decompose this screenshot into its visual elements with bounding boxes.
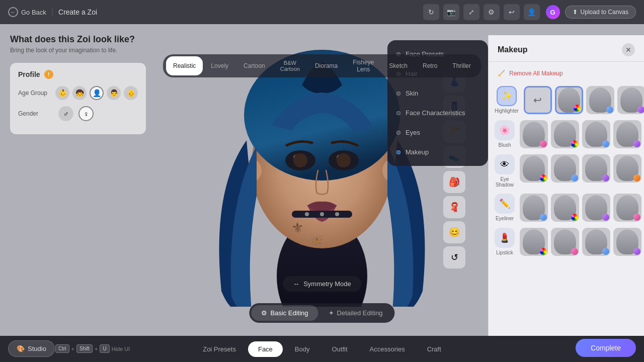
lipstick-option-2[interactable] bbox=[551, 228, 579, 256]
filter-tab-thriller[interactable]: Thriller bbox=[445, 56, 478, 75]
color-orb bbox=[633, 248, 640, 255]
svg-text:🦋: 🦋 bbox=[309, 233, 324, 246]
eye-shadow-option-4[interactable] bbox=[613, 154, 641, 183]
lipstick-option-1[interactable] bbox=[520, 228, 548, 256]
blush-option-4[interactable] bbox=[613, 120, 641, 148]
lipstick-option-3[interactable] bbox=[582, 228, 610, 256]
lipstick-option-4[interactable] bbox=[613, 228, 641, 256]
filter-tab-sketch[interactable]: Sketch bbox=[382, 56, 415, 75]
svg-point-16 bbox=[320, 212, 324, 216]
eyeliner-option-2[interactable] bbox=[551, 194, 579, 222]
complete-button[interactable]: Complete bbox=[576, 339, 636, 357]
gender-female[interactable]: ♀ bbox=[78, 106, 94, 121]
right-menu-skin[interactable]: Skin bbox=[387, 83, 488, 103]
eyeliner-option-1[interactable] bbox=[520, 194, 548, 222]
tab-outfit[interactable]: Outfit bbox=[321, 341, 357, 357]
sync-icon-button[interactable]: ↻ bbox=[423, 4, 439, 20]
filter-tab-fisheye[interactable]: Fisheye Lens bbox=[346, 56, 381, 75]
eyeliner-icon[interactable]: ✏️ bbox=[495, 194, 515, 214]
outfit-btn-8[interactable]: ↺ bbox=[443, 246, 465, 268]
undo-icon-button[interactable]: ↩ bbox=[504, 4, 520, 20]
outfit-btn-6[interactable]: 🧣 bbox=[443, 196, 465, 218]
age-option-child[interactable]: 👶 bbox=[55, 86, 69, 100]
tab-craft[interactable]: Craft bbox=[417, 341, 451, 357]
eyes-label: Eyes bbox=[406, 129, 420, 136]
eyeliner-option-4[interactable] bbox=[613, 194, 641, 222]
outfit-btn-7[interactable]: 😊 bbox=[443, 221, 465, 243]
color-orb bbox=[606, 106, 613, 113]
detailed-editing-button[interactable]: ✦ Detailed Editing bbox=[318, 305, 393, 321]
filter-tab-bw-cartoon[interactable]: B&WCartoon bbox=[273, 56, 307, 75]
color-orb bbox=[571, 174, 578, 182]
age-option-elder[interactable]: 👴 bbox=[124, 86, 138, 100]
eyeliner-option-3[interactable] bbox=[582, 194, 610, 222]
lipstick-row: 💄 Lipstick bbox=[495, 228, 638, 256]
expand-icon-button[interactable]: ⤢ bbox=[463, 4, 479, 20]
camera-icon-button[interactable]: 📷 bbox=[443, 4, 459, 20]
lipstick-icon[interactable]: 💄 bbox=[495, 228, 515, 248]
upload-canvas-button[interactable]: ⬆ Upload to Canvas bbox=[565, 6, 636, 19]
studio-label: Studio bbox=[28, 345, 46, 352]
blush-option-1[interactable] bbox=[520, 120, 548, 148]
makeup-dot bbox=[396, 150, 400, 154]
basic-editing-button[interactable]: ⚙ Basic Editing bbox=[251, 305, 318, 321]
highlighter-option-2[interactable] bbox=[586, 86, 614, 114]
plus-1: + bbox=[71, 346, 74, 352]
makeup-close-button[interactable]: ✕ bbox=[622, 43, 635, 56]
basic-editing-label: Basic Editing bbox=[270, 309, 308, 317]
outfit-btn-5[interactable]: 🎒 bbox=[443, 171, 465, 193]
eye-shadow-icon[interactable]: 👁 bbox=[495, 154, 515, 174]
svg-point-10 bbox=[293, 153, 307, 167]
eyeliner-row: ✏️ Eyeliner bbox=[495, 194, 638, 222]
blush-option-3[interactable] bbox=[582, 120, 610, 148]
color-orb bbox=[574, 105, 581, 112]
studio-button[interactable]: 🎨 Studio bbox=[8, 340, 55, 357]
filter-tab-cartoon[interactable]: Cartoon bbox=[236, 56, 272, 75]
eye-shadow-category: 👁 Eye Shadow bbox=[495, 154, 515, 188]
highlighter-reset-option[interactable]: ↩ bbox=[524, 86, 552, 114]
remove-all-makeup-button[interactable]: 🧹 Remove All Makeup bbox=[495, 68, 638, 79]
shift-key: Shift bbox=[76, 344, 93, 353]
blush-option-2[interactable] bbox=[551, 120, 579, 148]
filter-tab-diorama[interactable]: Diorama bbox=[308, 56, 345, 75]
plus-2: + bbox=[95, 346, 98, 352]
ctrl-key: Ctrl bbox=[55, 344, 69, 353]
blush-icon[interactable]: 🌸 bbox=[495, 120, 515, 140]
tab-face[interactable]: Face bbox=[248, 341, 283, 357]
panel-title: What does this Zoi look like? bbox=[10, 34, 146, 45]
filter-tab-retro[interactable]: Retro bbox=[416, 56, 444, 75]
symmetry-icon: ↔ bbox=[293, 280, 299, 288]
remove-makeup-label: Remove All Makeup bbox=[509, 70, 563, 77]
eye-shadow-option-1[interactable] bbox=[520, 154, 548, 183]
highlighter-label: Highlighter bbox=[495, 108, 519, 114]
go-back-button[interactable]: ← Go Back bbox=[8, 7, 46, 17]
makeup-categories: ✨ Highlighter ↩ bbox=[495, 86, 638, 256]
color-orb bbox=[602, 140, 609, 147]
color-orb bbox=[540, 214, 547, 221]
age-option-teen[interactable]: 🧒 bbox=[72, 86, 87, 100]
highlighter-icon[interactable]: ✨ bbox=[497, 86, 517, 106]
highlighter-option-1[interactable] bbox=[555, 86, 583, 114]
tab-body[interactable]: Body bbox=[285, 341, 320, 357]
svg-text:⚜: ⚜ bbox=[291, 220, 305, 236]
settings-icon-button[interactable]: ⚙ bbox=[484, 4, 500, 20]
tab-zoi-presets[interactable]: Zoi Presets bbox=[193, 341, 246, 357]
filter-tab-realistic[interactable]: Realistic bbox=[166, 56, 203, 75]
filter-tab-lovely[interactable]: Lovely bbox=[204, 56, 235, 75]
eye-shadow-option-3[interactable] bbox=[582, 154, 610, 183]
profile-label: Profile bbox=[18, 70, 40, 78]
title-separator: | bbox=[51, 8, 53, 17]
right-menu-eyes[interactable]: Eyes bbox=[387, 123, 488, 142]
lipstick-options bbox=[520, 228, 641, 256]
tab-accessories[interactable]: Accessories bbox=[360, 341, 415, 357]
upload-icon: ⬆ bbox=[573, 9, 578, 16]
age-option-young-adult[interactable]: 👤 bbox=[90, 86, 104, 100]
avatar-icon-button[interactable]: 👤 bbox=[524, 4, 540, 20]
eye-shadow-option-2[interactable] bbox=[551, 154, 579, 183]
svg-point-15 bbox=[305, 212, 309, 216]
right-menu-makeup[interactable]: Makeup bbox=[387, 142, 488, 162]
gender-male[interactable]: ♂ bbox=[58, 106, 73, 121]
highlighter-option-3[interactable] bbox=[617, 86, 644, 114]
age-option-adult[interactable]: 👨 bbox=[107, 86, 121, 100]
right-menu-face-characteristics[interactable]: Face Characteristics bbox=[387, 103, 488, 123]
